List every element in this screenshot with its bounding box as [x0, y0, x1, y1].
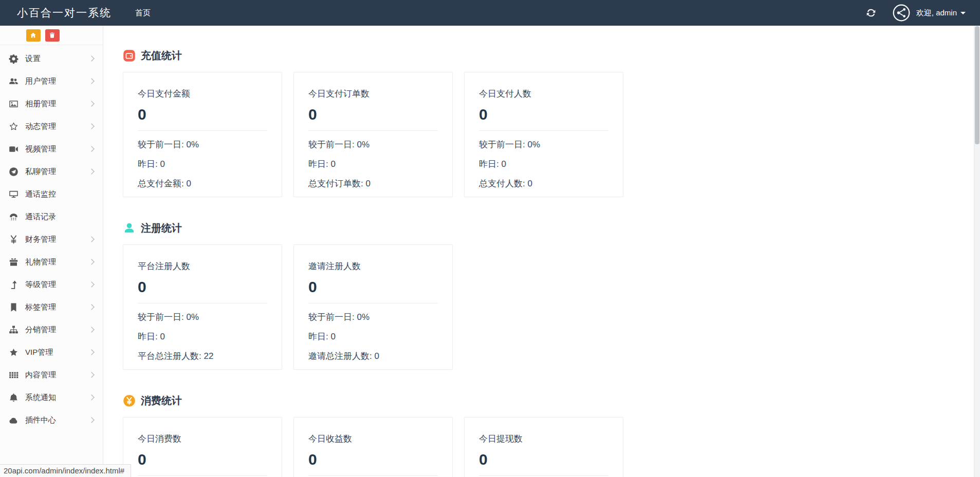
home-icon — [30, 32, 36, 39]
divider — [308, 130, 438, 131]
status-url-text: 20api.com/admin/index/index.html# — [4, 466, 124, 475]
scrollbar-thumb[interactable] — [975, 26, 979, 144]
stat-card: 今日提现数 0 较于前一日: 0% — [464, 417, 623, 477]
grid-icon — [9, 370, 19, 380]
sidebar-item-distribution[interactable]: 分销管理 — [0, 318, 103, 341]
sidebar-item-settings[interactable]: 设置 — [0, 47, 103, 70]
stat-card-row: 昨日: 0 — [138, 155, 282, 174]
sidebar-item-vip[interactable]: VIP管理 — [0, 341, 103, 364]
stat-card-label: 今日提现数 — [479, 433, 623, 445]
chevron-right-icon — [88, 304, 94, 310]
stat-card-value: 0 — [308, 451, 452, 468]
user-menu[interactable]: 欢迎, admin — [916, 8, 966, 18]
chevron-right-icon — [88, 327, 94, 332]
stat-card-row: 较于前一日: 0% — [308, 308, 452, 327]
stat-card-value: 0 — [308, 278, 452, 296]
chevron-right-icon — [88, 123, 94, 129]
section-recharge-stats: 充值统计 今日支付金额 0 较于前一日: 0%昨日: 0总支付金额: 0 今日支… — [123, 48, 974, 197]
cards-row: 今日消费数 0 较于前一日: 0% 今日收益数 0 较于前一日: 0% 今日提现… — [123, 417, 974, 477]
sidebar-item-label: 相册管理 — [25, 99, 56, 109]
section-title: 注册统计 — [141, 221, 182, 235]
stat-card-value: 0 — [308, 106, 452, 123]
chevron-right-icon — [88, 168, 94, 174]
chevron-right-icon — [88, 349, 94, 355]
sidebar-item-call-records[interactable]: 通话记录 — [0, 205, 103, 228]
refresh-icon[interactable] — [866, 8, 876, 18]
video-camera-icon — [9, 144, 19, 154]
chevron-right-icon — [88, 78, 94, 84]
sidebar-item-content[interactable]: 内容管理 — [0, 364, 103, 386]
stat-card-row: 昨日: 0 — [308, 327, 452, 347]
sitemap-icon — [9, 325, 19, 335]
monitor-icon — [9, 189, 19, 199]
section-header: 充值统计 — [123, 48, 974, 63]
trash-icon — [49, 32, 56, 39]
sidebar-item-label: 私聊管理 — [25, 167, 56, 177]
section-title: 消费统计 — [141, 394, 182, 408]
stat-card: 今日收益数 0 较于前一日: 0% — [293, 417, 453, 477]
stat-card-row: 昨日: 0 — [479, 155, 623, 174]
stat-card-row: 总支付人数: 0 — [479, 174, 623, 194]
star-icon — [9, 348, 19, 357]
sidebar-item-videos[interactable]: 视频管理 — [0, 138, 103, 160]
chevron-right-icon — [88, 146, 94, 151]
bookmark-icon — [9, 302, 19, 312]
chevron-right-icon — [88, 281, 94, 287]
stat-card-value: 0 — [479, 451, 623, 468]
app-title[interactable]: 小百合一对一系统 — [17, 6, 112, 20]
chevron-right-icon — [88, 55, 94, 61]
home-button[interactable] — [26, 29, 41, 42]
chevron-right-icon — [88, 101, 94, 106]
sidebar-item-label: 通话记录 — [25, 212, 56, 222]
section-header: 注册统计 — [123, 221, 974, 235]
sidebar-item-call-monitor[interactable]: 通话监控 — [0, 183, 103, 205]
avatar[interactable] — [893, 4, 910, 22]
level-up-icon — [9, 280, 19, 290]
users-icon — [9, 77, 19, 86]
sidebar-item-label: 系统通知 — [25, 393, 56, 403]
sidebar-item-users[interactable]: 用户管理 — [0, 70, 103, 92]
sidebar-item-private-chat[interactable]: 私聊管理 — [0, 160, 103, 183]
sidebar: 设置 用户管理 相册管理 动态管理 视频管理 私聊管理 通话监控 通话记录 财务… — [0, 26, 103, 477]
sidebar-item-label: 礼物管理 — [25, 257, 56, 267]
sidebar-item-tags[interactable]: 标签管理 — [0, 296, 103, 318]
chevron-right-icon — [88, 372, 94, 377]
stat-card-value: 0 — [138, 451, 282, 468]
sidebar-item-moments[interactable]: 动态管理 — [0, 115, 103, 138]
chevron-right-icon — [88, 417, 94, 423]
scrollbar[interactable] — [974, 26, 980, 477]
phone-icon — [9, 212, 19, 222]
stat-card: 今日支付金额 0 较于前一日: 0%昨日: 0总支付金额: 0 — [123, 72, 282, 197]
stat-card-row: 较于前一日: 0% — [138, 308, 282, 327]
sidebar-item-label: VIP管理 — [25, 348, 53, 357]
stat-card-value: 0 — [479, 106, 623, 123]
status-url-tooltip: 20api.com/admin/index/index.html# — [0, 464, 131, 477]
stat-card-rows: 较于前一日: 0%昨日: 0邀请总注册人数: 0 — [308, 308, 452, 366]
sidebar-item-finance[interactable]: 财务管理 — [0, 228, 103, 251]
yuan-icon — [123, 394, 136, 407]
navbar-right-group: 欢迎, admin — [866, 4, 966, 22]
trash-button[interactable] — [45, 29, 60, 42]
stat-card: 今日支付人数 0 较于前一日: 0%昨日: 0总支付人数: 0 — [464, 72, 623, 197]
sidebar-item-gifts[interactable]: 礼物管理 — [0, 251, 103, 273]
cards-row: 今日支付金额 0 较于前一日: 0%昨日: 0总支付金额: 0 今日支付订单数 … — [123, 72, 974, 197]
sidebar-item-notices[interactable]: 系统通知 — [0, 386, 103, 409]
divider — [138, 303, 267, 303]
divider — [479, 130, 608, 131]
stat-card-label: 邀请注册人数 — [308, 260, 452, 272]
cloud-icon — [9, 415, 19, 425]
sidebar-item-plugins[interactable]: 插件中心 — [0, 409, 103, 431]
stat-card-value: 0 — [138, 106, 282, 123]
stat-card-rows: 较于前一日: 0%昨日: 0总支付金额: 0 — [138, 135, 282, 194]
sidebar-toolbar — [0, 26, 103, 45]
stat-card-row: 总支付金额: 0 — [138, 174, 282, 194]
nav-tab-home[interactable]: 首页 — [129, 0, 157, 26]
bell-icon — [9, 393, 19, 403]
main-content: 充值统计 今日支付金额 0 较于前一日: 0%昨日: 0总支付金额: 0 今日支… — [103, 26, 974, 477]
chevron-right-icon — [88, 236, 94, 242]
stat-card-label: 今日收益数 — [308, 433, 452, 445]
sidebar-item-levels[interactable]: 等级管理 — [0, 273, 103, 296]
divider — [138, 475, 267, 476]
sidebar-item-albums[interactable]: 相册管理 — [0, 92, 103, 115]
sidebar-item-label: 内容管理 — [25, 370, 56, 380]
